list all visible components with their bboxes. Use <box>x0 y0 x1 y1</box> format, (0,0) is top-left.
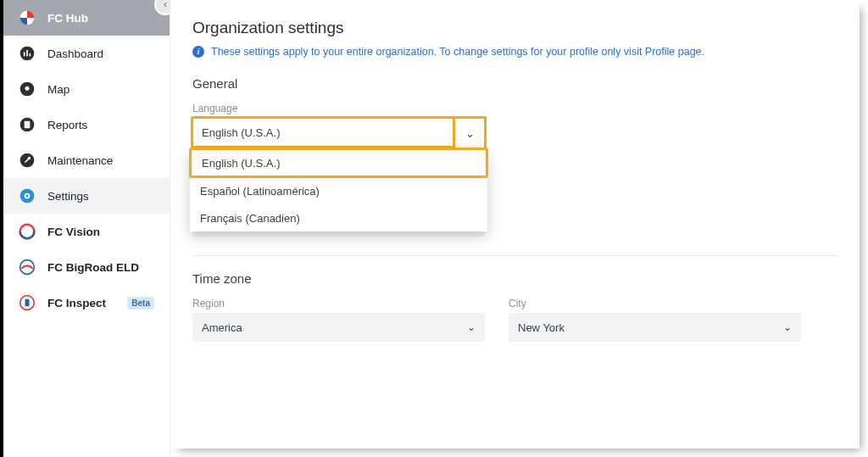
sidebar-item-fc-hub[interactable]: FC Hub <box>3 0 170 36</box>
dashboard-icon <box>19 45 36 62</box>
sidebar-item-fc-vision[interactable]: FC Vision <box>3 214 170 249</box>
chevron-down-icon: ⌄ <box>783 321 792 333</box>
section-divider <box>192 255 837 256</box>
sidebar-item-fc-bigroad-eld[interactable]: FC BigRoad ELD <box>3 249 170 285</box>
svg-rect-4 <box>30 53 31 56</box>
sidebar-item-dashboard[interactable]: Dashboard <box>3 36 170 71</box>
main-content: Organization settings i These settings a… <box>170 0 860 449</box>
region-select-value: America <box>202 321 242 334</box>
region-select[interactable]: America ⌄ <box>192 313 485 342</box>
sidebar-item-reports[interactable]: Reports <box>3 107 170 142</box>
svg-point-13 <box>26 195 29 198</box>
section-title-general: General <box>192 76 837 91</box>
language-dropdown: English (U.S.A.) Español (Latinoamérica)… <box>190 148 487 231</box>
sidebar-item-label: Settings <box>47 190 89 203</box>
language-label: Language <box>192 103 837 114</box>
chevron-down-icon: ⌄ <box>467 321 476 333</box>
language-option[interactable]: Français (Canadien) <box>190 204 487 231</box>
city-select-value: New York <box>518 321 565 334</box>
city-select[interactable]: New York ⌄ <box>509 313 801 342</box>
sidebar-item-fc-inspect[interactable]: FC Inspect Beta <box>3 285 170 320</box>
chevron-down-icon: ⌄ <box>465 127 475 140</box>
section-title-timezone: Time zone <box>192 271 837 286</box>
info-banner: i These settings apply to your entire or… <box>192 46 837 58</box>
svg-point-6 <box>25 86 30 91</box>
gear-icon <box>19 187 36 204</box>
language-option[interactable]: English (U.S.A.) <box>189 148 488 178</box>
sidebar-item-label: Maintenance <box>47 154 113 167</box>
fc-inspect-logo-icon <box>19 294 36 311</box>
sidebar-item-label: Map <box>47 83 70 96</box>
map-pin-icon <box>19 81 36 98</box>
svg-rect-3 <box>26 50 28 57</box>
svg-rect-8 <box>25 121 31 128</box>
sidebar-item-label: FC Hub <box>47 12 88 25</box>
fc-hub-logo-icon <box>19 9 36 26</box>
sidebar-item-map[interactable]: Map <box>3 71 170 107</box>
sidebar-item-settings[interactable]: Settings <box>3 178 170 214</box>
reports-icon <box>19 116 36 133</box>
sidebar-item-label: FC Vision <box>47 226 100 238</box>
language-option[interactable]: Español (Latinoamérica) <box>190 177 487 204</box>
chevron-left-icon: ‹ <box>164 0 167 10</box>
language-select[interactable]: English (U.S.A.) ⌄ <box>192 118 485 147</box>
svg-rect-18 <box>25 299 30 306</box>
sidebar-item-label: Reports <box>47 119 87 131</box>
fc-bigroad-logo-icon <box>19 259 36 276</box>
info-icon: i <box>192 46 204 58</box>
sidebar-item-maintenance[interactable]: Maintenance <box>3 142 170 178</box>
sidebar: ‹ FC Hub Dashboard Map <box>3 0 170 457</box>
region-label: Region <box>192 298 485 309</box>
wrench-icon <box>19 152 36 169</box>
city-label: City <box>509 298 801 309</box>
sidebar-item-label: Dashboard <box>47 47 103 60</box>
language-dropdown-toggle[interactable]: ⌄ <box>453 116 487 150</box>
svg-point-10 <box>28 157 31 159</box>
sidebar-item-label: FC BigRoad ELD <box>47 261 139 274</box>
beta-badge: Beta <box>127 297 154 309</box>
page-title: Organization settings <box>192 19 837 37</box>
fc-vision-logo-icon <box>19 223 36 240</box>
sidebar-item-label: FC Inspect <box>47 297 106 309</box>
language-select-value: English (U.S.A.) <box>202 126 280 139</box>
svg-rect-2 <box>24 52 25 56</box>
info-text: These settings apply to your entire orga… <box>211 46 704 58</box>
